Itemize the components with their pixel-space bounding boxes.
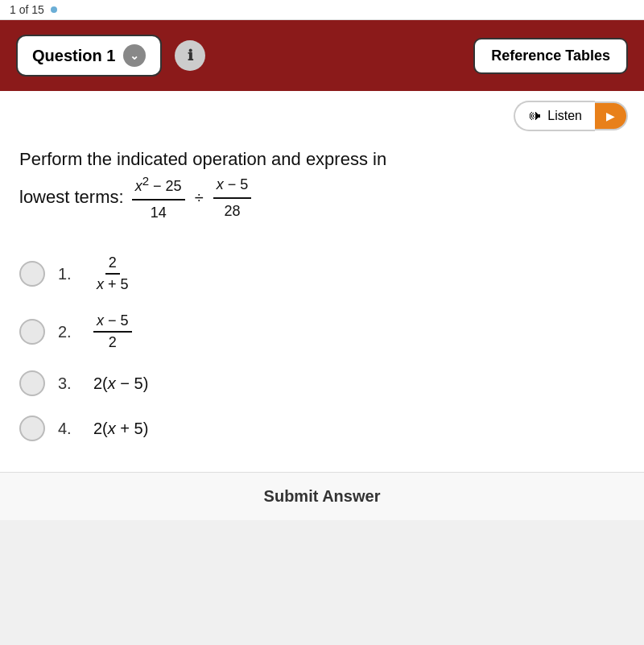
option-content-2: x − 5 2 xyxy=(93,312,132,351)
option-number-4: 4. xyxy=(58,420,80,438)
option-2-denominator: 2 xyxy=(105,333,120,351)
option-radio-3[interactable] xyxy=(19,370,45,396)
info-button[interactable]: ℹ xyxy=(175,40,205,71)
option-row-3: 3. 2(x − 5) xyxy=(19,364,625,403)
chevron-down-icon: ⌄ xyxy=(123,44,146,67)
option-radio-2[interactable] xyxy=(19,319,45,345)
option-row-2: 2. x − 5 2 xyxy=(19,306,625,358)
info-icon: ℹ xyxy=(188,47,193,64)
reference-tables-button[interactable]: Reference Tables xyxy=(473,38,628,74)
divide-symbol: ÷ xyxy=(195,188,204,206)
denominator-left: 14 xyxy=(147,201,170,224)
option-radio-4[interactable] xyxy=(19,416,45,441)
reference-tables-label: Reference Tables xyxy=(491,48,610,64)
play-icon: ▶ xyxy=(606,110,615,122)
option-number-2: 2. xyxy=(58,323,80,341)
option-content-4: 2(x + 5) xyxy=(93,420,148,438)
submit-label: Submit Answer xyxy=(264,487,381,505)
listen-icon: 🕪 xyxy=(528,109,541,123)
play-button[interactable]: ▶ xyxy=(595,101,628,130)
option-radio-1[interactable] xyxy=(19,261,45,287)
option-row-1: 1. 2 x + 5 xyxy=(19,248,625,300)
header-bar: Question 1 ⌄ ℹ Reference Tables xyxy=(0,20,644,91)
submit-bar: Submit Answer xyxy=(0,472,644,520)
top-bar: 1 of 15 xyxy=(0,0,644,20)
options-area: 1. 2 x + 5 2. x − 5 2 3. 2(x − 5) xyxy=(0,240,644,464)
question-line1: Perform the indicated operation and expr… xyxy=(19,149,386,169)
option-row-4: 4. 2(x + 5) xyxy=(19,409,625,448)
progress-dot xyxy=(51,6,57,13)
math-expression: x2 − 25 14 ÷ x − 5 28 xyxy=(132,172,252,224)
listen-row: 🕪 Listen ▶ xyxy=(0,91,644,138)
fraction-left: x2 − 25 14 xyxy=(132,172,185,224)
denominator-right: 28 xyxy=(221,199,244,222)
option-number-3: 3. xyxy=(58,374,80,393)
option-content-1: 2 x + 5 xyxy=(93,254,132,293)
question-label: Question 1 xyxy=(32,47,115,65)
numerator-left: x2 − 25 xyxy=(132,172,185,201)
listen-label: Listen xyxy=(547,109,582,123)
option-content-3: 2(x − 5) xyxy=(93,374,148,393)
progress-text: 1 of 15 xyxy=(10,3,44,16)
option-2-fraction: x − 5 2 xyxy=(93,312,132,351)
content-area: 🕪 Listen ▶ Perform the indicated operati… xyxy=(0,91,644,520)
fraction-right: x − 5 28 xyxy=(213,174,252,222)
question-text: Perform the indicated operation and expr… xyxy=(0,138,644,240)
option-1-denominator: x + 5 xyxy=(93,275,132,293)
listen-button[interactable]: 🕪 Listen xyxy=(514,101,595,131)
option-2-numerator: x − 5 xyxy=(93,312,132,333)
numerator-right: x − 5 xyxy=(213,174,252,199)
option-1-numerator: 2 xyxy=(105,254,120,275)
option-number-1: 1. xyxy=(58,265,80,283)
question-line2: lowest terms: xyxy=(19,187,124,207)
question-button[interactable]: Question 1 ⌄ xyxy=(16,35,162,76)
option-1-fraction: 2 x + 5 xyxy=(93,254,132,293)
